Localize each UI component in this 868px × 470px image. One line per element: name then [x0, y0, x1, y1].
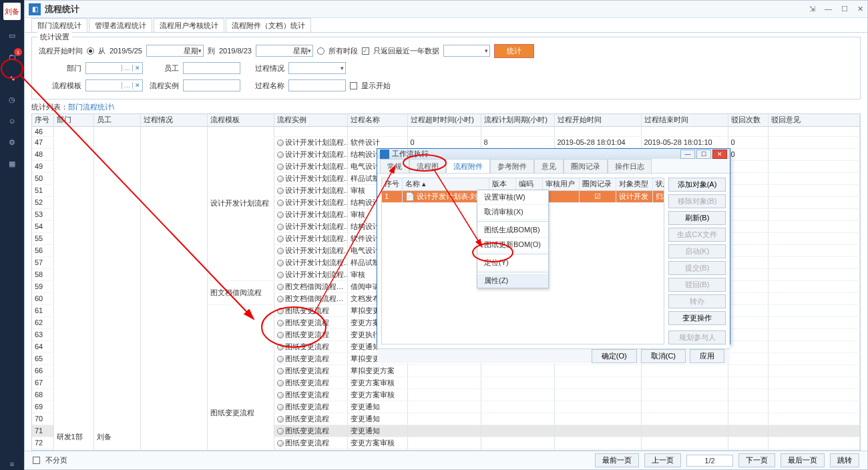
dialog-tab[interactable]: 流程附件	[446, 159, 490, 173]
menu-update-bom[interactable]: 图纸更新BOM(O)	[477, 238, 548, 252]
column-header[interactable]: 过程超时时间(小时)	[407, 114, 481, 126]
tab-manager[interactable]: 管理者流程统计	[89, 18, 152, 32]
chk-showstart[interactable]	[350, 82, 357, 89]
dialog-tab[interactable]: 操作日志	[608, 159, 652, 173]
reject-button[interactable]: 驳回(B)	[668, 278, 726, 292]
time-label: 流程开始时间	[39, 46, 83, 56]
column-header[interactable]: 过程情况	[140, 114, 207, 126]
submit-button[interactable]: 提交(B)	[668, 261, 726, 275]
clock-icon[interactable]: ◷	[6, 93, 18, 105]
gen-file-button[interactable]: 生成CX文件	[668, 228, 726, 242]
gear-icon[interactable]: ⚙	[6, 136, 18, 148]
column-header[interactable]: 过程名称	[347, 114, 407, 126]
workflow-dialog: 工作流执行 — ☐ ✕ 常规流程图流程附件参考附件意见圈阅记录操作日志 序号名称…	[377, 148, 730, 344]
sidebar: 刘备 ▭ 🗀1 ∿ ◷ ☺ ⚙ ▦ ≡	[0, 0, 24, 470]
prev-page-button[interactable]: 上一页	[644, 453, 681, 467]
menu-gen-bom[interactable]: 图纸生成BOM(B)	[477, 223, 548, 238]
column-header[interactable]: 过程开始时间	[554, 114, 641, 126]
weekday2-combo[interactable]: 星期	[256, 45, 313, 57]
main-tabs: 部门流程统计 管理者流程统计 流程用户考核统计 流程附件（文档）统计	[25, 18, 867, 33]
avatar[interactable]: 刘备	[3, 3, 21, 20]
dialog-icon	[380, 150, 389, 159]
name-input[interactable]	[288, 79, 346, 91]
tab-dept[interactable]: 部门流程统计	[31, 18, 87, 32]
column-header[interactable]: 驳回意见	[768, 114, 860, 126]
refresh-button[interactable]: 刷新(B)	[668, 211, 726, 225]
inst-input[interactable]	[183, 79, 240, 91]
dlg-close-icon[interactable]: ✕	[712, 150, 727, 159]
menu-properties[interactable]: 属性(Z)	[477, 274, 548, 288]
dialog-sidebar: 添加对象(A) 移除对象(B) 刷新(B) 生成CX文件 启动(K) 提交(B)…	[668, 178, 726, 344]
column-header[interactable]: 驳回次数	[728, 114, 768, 126]
pin-icon[interactable]: ⇲	[809, 5, 815, 13]
year-combo[interactable]	[443, 45, 490, 57]
to-date[interactable]: 2019/8/23	[219, 47, 252, 55]
table-row[interactable]: 46研发1部刘备如期已完成(108)设计开发计划流程	[32, 126, 860, 136]
column-header[interactable]: 流程实例	[274, 114, 347, 126]
menu-icon[interactable]: ≡	[6, 458, 18, 470]
titlebar: ◧ 流程统计 ⇲ — ☐ ✕	[25, 1, 867, 18]
dialog-tab[interactable]: 意见	[534, 159, 564, 173]
chk-nopage[interactable]	[33, 457, 40, 464]
menu-cancel-review[interactable]: 取消审核(X)	[477, 205, 548, 220]
weekday1-combo[interactable]: 星期	[146, 45, 204, 57]
user-icon[interactable]: ☺	[6, 115, 18, 127]
transfer-button[interactable]: 转办	[668, 294, 726, 308]
menu-locate[interactable]: 定位(Y)	[477, 256, 548, 270]
pager: 不分页 最前一页 上一页 1/2 下一页 最后一页 跳转	[25, 451, 867, 469]
column-header[interactable]: 员工	[93, 114, 140, 126]
stat-button[interactable]: 统计	[494, 44, 534, 58]
next-page-button[interactable]: 下一页	[738, 453, 775, 467]
assign-button[interactable]: 规划参与人	[668, 330, 726, 344]
tab-attach[interactable]: 流程附件（文档）统计	[226, 18, 311, 32]
dialog-tab[interactable]: 圈阅记录	[564, 159, 608, 173]
context-menu: 设置审核(W) 取消审核(X) 图纸生成BOM(B) 图纸更新BOM(O) 定位…	[477, 190, 549, 288]
folder-icon[interactable]: 🗀1	[6, 51, 18, 63]
last-page-button[interactable]: 最后一页	[781, 453, 825, 467]
cancel-button[interactable]: 取消(C)	[641, 349, 686, 363]
from-date[interactable]: 2019/5/25	[110, 47, 142, 55]
settings-legend: 统计设置	[37, 32, 72, 42]
dept-lookup[interactable]: …✕	[85, 62, 143, 74]
first-page-button[interactable]: 最前一页	[595, 453, 639, 467]
flow-icon[interactable]: ∿	[6, 72, 18, 84]
page-indicator[interactable]: 1/2	[686, 455, 733, 467]
breadcrumb: 统计列表：部门流程统计\	[25, 101, 867, 113]
tab-user[interactable]: 流程用户考核统计	[154, 18, 224, 32]
start-button[interactable]: 启动(K)	[668, 244, 726, 258]
close-icon[interactable]: ✕	[857, 5, 863, 13]
radio-range[interactable]	[87, 47, 94, 55]
radio-all[interactable]	[317, 47, 324, 55]
column-header[interactable]: 部门	[53, 114, 93, 126]
menu-set-review[interactable]: 设置审核(W)	[477, 190, 548, 205]
dialog-tab[interactable]: 流程图	[409, 159, 446, 173]
column-header[interactable]: 流程模板	[207, 114, 274, 126]
maximize-icon[interactable]: ☐	[841, 5, 848, 13]
dialog-tab[interactable]: 常规	[380, 159, 409, 173]
dlg-maximize-icon[interactable]: ☐	[696, 150, 711, 159]
dlg-minimize-icon[interactable]: —	[680, 150, 695, 159]
window-title: 流程统计	[45, 3, 79, 15]
status-combo[interactable]	[288, 62, 346, 74]
column-header[interactable]: 序号	[32, 114, 53, 126]
chk-year[interactable]	[362, 47, 369, 55]
ok-button[interactable]: 确定(O)	[592, 349, 637, 363]
add-object-button[interactable]: 添加对象(A)	[668, 178, 726, 192]
remove-object-button[interactable]: 移除对象(B)	[668, 194, 726, 208]
app-icon: ◧	[29, 3, 41, 15]
settings-panel: 统计设置 流程开始时间 从 2019/5/25 星期 到 2019/8/23 星…	[31, 37, 861, 99]
column-header[interactable]: 过程结束时间	[641, 114, 728, 126]
minimize-icon[interactable]: —	[825, 5, 832, 13]
tpl-lookup[interactable]: …✕	[85, 79, 143, 91]
goto-button[interactable]: 跳转	[830, 453, 859, 467]
change-op-button[interactable]: 变更操作	[668, 311, 726, 325]
dialog-title: 工作流执行	[392, 149, 429, 159]
apply-button[interactable]: 应用	[690, 349, 724, 363]
column-header[interactable]: 流程计划周期(小时)	[481, 114, 554, 126]
grid-icon[interactable]: ▦	[6, 158, 18, 170]
breadcrumb-link[interactable]: 部门流程统计\	[68, 103, 114, 111]
monitor-icon[interactable]: ▭	[6, 29, 18, 41]
dialog-tab[interactable]: 参考附件	[490, 159, 534, 173]
emp-input[interactable]	[183, 62, 240, 74]
